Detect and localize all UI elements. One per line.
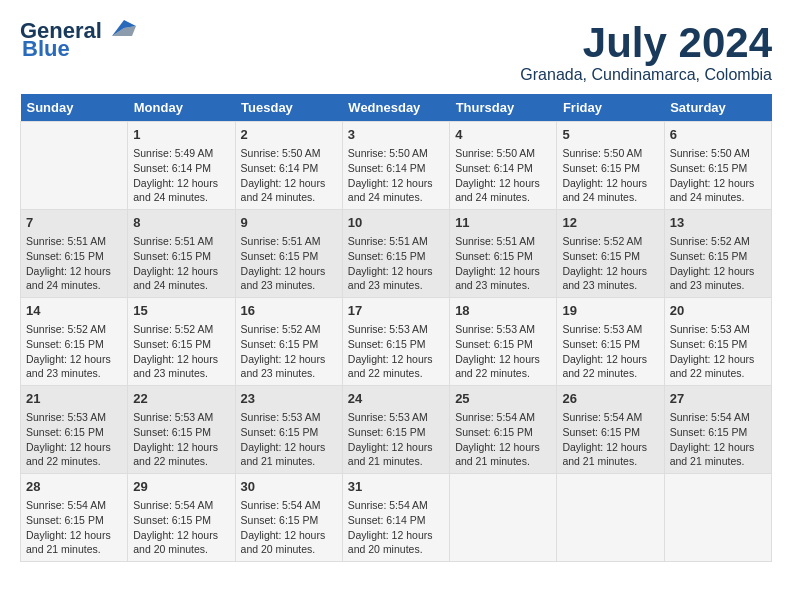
- cell-info: Sunrise: 5:53 AM Sunset: 6:15 PM Dayligh…: [26, 410, 122, 469]
- cell-info: Sunrise: 5:50 AM Sunset: 6:15 PM Dayligh…: [562, 146, 658, 205]
- cell-info: Sunrise: 5:53 AM Sunset: 6:15 PM Dayligh…: [562, 322, 658, 381]
- header-friday: Friday: [557, 94, 664, 122]
- calendar-cell: 16Sunrise: 5:52 AM Sunset: 6:15 PM Dayli…: [235, 298, 342, 386]
- day-number: 24: [348, 390, 444, 408]
- day-number: 25: [455, 390, 551, 408]
- calendar-cell: 12Sunrise: 5:52 AM Sunset: 6:15 PM Dayli…: [557, 210, 664, 298]
- logo-bird-icon: [104, 18, 136, 40]
- cell-info: Sunrise: 5:51 AM Sunset: 6:15 PM Dayligh…: [26, 234, 122, 293]
- header-saturday: Saturday: [664, 94, 771, 122]
- day-number: 22: [133, 390, 229, 408]
- calendar-cell: 22Sunrise: 5:53 AM Sunset: 6:15 PM Dayli…: [128, 386, 235, 474]
- calendar-cell: 19Sunrise: 5:53 AM Sunset: 6:15 PM Dayli…: [557, 298, 664, 386]
- day-number: 12: [562, 214, 658, 232]
- day-number: 13: [670, 214, 766, 232]
- day-number: 6: [670, 126, 766, 144]
- calendar-week-row: 7Sunrise: 5:51 AM Sunset: 6:15 PM Daylig…: [21, 210, 772, 298]
- cell-info: Sunrise: 5:53 AM Sunset: 6:15 PM Dayligh…: [348, 410, 444, 469]
- calendar-week-row: 21Sunrise: 5:53 AM Sunset: 6:15 PM Dayli…: [21, 386, 772, 474]
- day-number: 27: [670, 390, 766, 408]
- cell-info: Sunrise: 5:54 AM Sunset: 6:15 PM Dayligh…: [133, 498, 229, 557]
- day-number: 30: [241, 478, 337, 496]
- calendar-cell: 4Sunrise: 5:50 AM Sunset: 6:14 PM Daylig…: [450, 122, 557, 210]
- day-number: 31: [348, 478, 444, 496]
- calendar-cell: 10Sunrise: 5:51 AM Sunset: 6:15 PM Dayli…: [342, 210, 449, 298]
- cell-info: Sunrise: 5:51 AM Sunset: 6:15 PM Dayligh…: [133, 234, 229, 293]
- day-number: 9: [241, 214, 337, 232]
- day-number: 17: [348, 302, 444, 320]
- month-title: July 2024: [520, 20, 772, 66]
- calendar-cell: [664, 473, 771, 561]
- calendar-cell: 27Sunrise: 5:54 AM Sunset: 6:15 PM Dayli…: [664, 386, 771, 474]
- day-number: 1: [133, 126, 229, 144]
- day-number: 4: [455, 126, 551, 144]
- header-sunday: Sunday: [21, 94, 128, 122]
- day-number: 5: [562, 126, 658, 144]
- calendar-cell: 1Sunrise: 5:49 AM Sunset: 6:14 PM Daylig…: [128, 122, 235, 210]
- day-number: 11: [455, 214, 551, 232]
- calendar-cell: 25Sunrise: 5:54 AM Sunset: 6:15 PM Dayli…: [450, 386, 557, 474]
- cell-info: Sunrise: 5:49 AM Sunset: 6:14 PM Dayligh…: [133, 146, 229, 205]
- calendar-cell: [450, 473, 557, 561]
- calendar-cell: 9Sunrise: 5:51 AM Sunset: 6:15 PM Daylig…: [235, 210, 342, 298]
- cell-info: Sunrise: 5:51 AM Sunset: 6:15 PM Dayligh…: [241, 234, 337, 293]
- calendar-table: SundayMondayTuesdayWednesdayThursdayFrid…: [20, 94, 772, 562]
- calendar-cell: 21Sunrise: 5:53 AM Sunset: 6:15 PM Dayli…: [21, 386, 128, 474]
- day-number: 10: [348, 214, 444, 232]
- cell-info: Sunrise: 5:51 AM Sunset: 6:15 PM Dayligh…: [348, 234, 444, 293]
- cell-info: Sunrise: 5:52 AM Sunset: 6:15 PM Dayligh…: [562, 234, 658, 293]
- cell-info: Sunrise: 5:50 AM Sunset: 6:14 PM Dayligh…: [348, 146, 444, 205]
- cell-info: Sunrise: 5:53 AM Sunset: 6:15 PM Dayligh…: [670, 322, 766, 381]
- calendar-header-row: SundayMondayTuesdayWednesdayThursdayFrid…: [21, 94, 772, 122]
- calendar-cell: 31Sunrise: 5:54 AM Sunset: 6:14 PM Dayli…: [342, 473, 449, 561]
- cell-info: Sunrise: 5:54 AM Sunset: 6:15 PM Dayligh…: [562, 410, 658, 469]
- day-number: 14: [26, 302, 122, 320]
- calendar-week-row: 14Sunrise: 5:52 AM Sunset: 6:15 PM Dayli…: [21, 298, 772, 386]
- calendar-cell: 3Sunrise: 5:50 AM Sunset: 6:14 PM Daylig…: [342, 122, 449, 210]
- calendar-cell: 24Sunrise: 5:53 AM Sunset: 6:15 PM Dayli…: [342, 386, 449, 474]
- cell-info: Sunrise: 5:54 AM Sunset: 6:14 PM Dayligh…: [348, 498, 444, 557]
- calendar-cell: 20Sunrise: 5:53 AM Sunset: 6:15 PM Dayli…: [664, 298, 771, 386]
- cell-info: Sunrise: 5:54 AM Sunset: 6:15 PM Dayligh…: [670, 410, 766, 469]
- calendar-cell: 15Sunrise: 5:52 AM Sunset: 6:15 PM Dayli…: [128, 298, 235, 386]
- calendar-week-row: 1Sunrise: 5:49 AM Sunset: 6:14 PM Daylig…: [21, 122, 772, 210]
- cell-info: Sunrise: 5:50 AM Sunset: 6:15 PM Dayligh…: [670, 146, 766, 205]
- calendar-week-row: 28Sunrise: 5:54 AM Sunset: 6:15 PM Dayli…: [21, 473, 772, 561]
- cell-info: Sunrise: 5:52 AM Sunset: 6:15 PM Dayligh…: [133, 322, 229, 381]
- day-number: 26: [562, 390, 658, 408]
- day-number: 3: [348, 126, 444, 144]
- header-tuesday: Tuesday: [235, 94, 342, 122]
- day-number: 23: [241, 390, 337, 408]
- day-number: 7: [26, 214, 122, 232]
- day-number: 19: [562, 302, 658, 320]
- day-number: 28: [26, 478, 122, 496]
- logo-blue-text: Blue: [20, 38, 70, 60]
- calendar-cell: 30Sunrise: 5:54 AM Sunset: 6:15 PM Dayli…: [235, 473, 342, 561]
- calendar-cell: [21, 122, 128, 210]
- day-number: 16: [241, 302, 337, 320]
- cell-info: Sunrise: 5:51 AM Sunset: 6:15 PM Dayligh…: [455, 234, 551, 293]
- calendar-cell: 11Sunrise: 5:51 AM Sunset: 6:15 PM Dayli…: [450, 210, 557, 298]
- cell-info: Sunrise: 5:53 AM Sunset: 6:15 PM Dayligh…: [133, 410, 229, 469]
- header-thursday: Thursday: [450, 94, 557, 122]
- cell-info: Sunrise: 5:54 AM Sunset: 6:15 PM Dayligh…: [241, 498, 337, 557]
- title-area: July 2024 Granada, Cundinamarca, Colombi…: [520, 20, 772, 84]
- calendar-cell: 5Sunrise: 5:50 AM Sunset: 6:15 PM Daylig…: [557, 122, 664, 210]
- cell-info: Sunrise: 5:50 AM Sunset: 6:14 PM Dayligh…: [455, 146, 551, 205]
- day-number: 18: [455, 302, 551, 320]
- logo: General Blue: [20, 20, 136, 60]
- calendar-cell: 14Sunrise: 5:52 AM Sunset: 6:15 PM Dayli…: [21, 298, 128, 386]
- day-number: 21: [26, 390, 122, 408]
- header-monday: Monday: [128, 94, 235, 122]
- calendar-cell: 18Sunrise: 5:53 AM Sunset: 6:15 PM Dayli…: [450, 298, 557, 386]
- cell-info: Sunrise: 5:54 AM Sunset: 6:15 PM Dayligh…: [26, 498, 122, 557]
- day-number: 29: [133, 478, 229, 496]
- calendar-cell: 8Sunrise: 5:51 AM Sunset: 6:15 PM Daylig…: [128, 210, 235, 298]
- calendar-cell: 23Sunrise: 5:53 AM Sunset: 6:15 PM Dayli…: [235, 386, 342, 474]
- day-number: 2: [241, 126, 337, 144]
- day-number: 8: [133, 214, 229, 232]
- calendar-cell: 17Sunrise: 5:53 AM Sunset: 6:15 PM Dayli…: [342, 298, 449, 386]
- day-number: 20: [670, 302, 766, 320]
- page-header: General Blue July 2024 Granada, Cundinam…: [20, 20, 772, 84]
- cell-info: Sunrise: 5:52 AM Sunset: 6:15 PM Dayligh…: [241, 322, 337, 381]
